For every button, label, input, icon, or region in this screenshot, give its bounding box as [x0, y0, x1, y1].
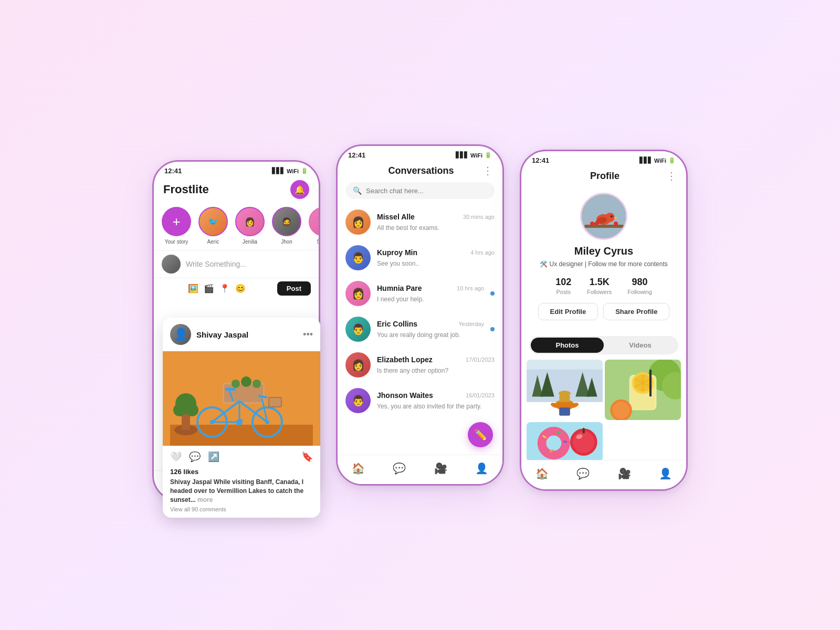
- conv-info-4: Eric Collins Yesterday You are really do…: [377, 320, 484, 339]
- conversation-item-3[interactable]: 👩 Humnia Pare 10 hrs ago I need your hel…: [338, 276, 502, 311]
- svg-rect-24: [269, 397, 281, 407]
- write-actions-row: 🖼️ 🎬 📍 😊 Post: [154, 278, 319, 299]
- edit-profile-button[interactable]: Edit Profile: [538, 303, 598, 320]
- profile-tabs: Photos Videos: [529, 336, 678, 354]
- bookmark-icon[interactable]: 🔖: [301, 451, 313, 463]
- tab-videos[interactable]: Videos: [604, 338, 677, 353]
- profile-more-button[interactable]: ⋮: [666, 170, 677, 182]
- conv-preview-5: Is there any other option?: [377, 367, 448, 374]
- add-story-button[interactable]: +: [162, 207, 191, 236]
- story-avatar-aeric: 🐦: [198, 207, 228, 236]
- svg-point-5: [173, 404, 186, 416]
- phones-container: 12:41 ▋▋▋ WiFi 🔋 Frostlite 🔔 + Your stor…: [131, 97, 709, 533]
- bicycle-scene: [163, 351, 320, 446]
- nav-profile-3[interactable]: 👤: [654, 464, 677, 483]
- avatar-eric: 👨: [345, 317, 371, 342]
- stat-posts: 102 Posts: [555, 277, 571, 295]
- story-jhon[interactable]: 🧔 Jhon: [272, 207, 301, 245]
- nav-home-3[interactable]: 🏠: [530, 464, 554, 483]
- wifi-icon-2: WiFi: [470, 152, 482, 159]
- conv-name-1: Missel Alle: [377, 213, 415, 221]
- search-input[interactable]: [366, 187, 487, 195]
- post-username: Shivay Jaspal: [196, 330, 298, 339]
- conversation-item-6[interactable]: 👨 Jhonson Waites 16/01/2023 Yes, you are…: [338, 383, 502, 418]
- story-label-aeric: Aeric: [207, 239, 219, 245]
- signal-icon-2: ▋▋▋: [456, 152, 468, 159]
- conv-time-3: 10 hrs ago: [457, 285, 484, 291]
- svg-point-34: [612, 216, 612, 216]
- photo-item-1[interactable]: [527, 360, 603, 420]
- conversation-item-1[interactable]: 👩 Missel Alle 30 mins ago All the best f…: [338, 204, 502, 240]
- nav-home-2[interactable]: 🏠: [346, 459, 370, 478]
- story-add[interactable]: + Your story: [162, 207, 191, 245]
- story-selen[interactable]: 🎈 Selen: [309, 207, 319, 245]
- post-caption-more[interactable]: more: [197, 496, 213, 503]
- photo-item-3[interactable]: [527, 422, 603, 461]
- profile-bio: 🛠️ Ux designer | Follow me for more cont…: [540, 260, 668, 269]
- tab-photos[interactable]: Photos: [531, 338, 604, 353]
- svg-point-31: [605, 213, 615, 222]
- photo-item-2[interactable]: [605, 360, 681, 420]
- story-jenilia[interactable]: 👩 Jenilia: [235, 207, 265, 245]
- avatar-jhonson: 👨: [345, 388, 371, 413]
- nav-chat-2[interactable]: 💬: [387, 459, 411, 478]
- compose-button[interactable]: ✏️: [468, 422, 493, 447]
- story-avatar-selen: 🎈: [309, 207, 319, 236]
- story-aeric[interactable]: 🐦 Aeric: [198, 207, 228, 245]
- following-label: Following: [627, 289, 652, 295]
- conversation-item-2[interactable]: 👨 Kuproy Min 4 hrs ago See you soon..: [338, 240, 502, 276]
- svg-rect-77: [583, 428, 585, 433]
- battery-icon-3: 🔋: [668, 157, 676, 164]
- write-placeholder: Write Something...: [186, 260, 311, 268]
- svg-rect-21: [225, 388, 236, 391]
- profile-avatar: [580, 193, 627, 240]
- video-icon[interactable]: 🎬: [204, 284, 214, 293]
- story-label-jhon: Jhon: [281, 239, 292, 245]
- share-icon[interactable]: ↗️: [208, 451, 219, 463]
- post-likes: 126 likes: [163, 468, 320, 478]
- following-value: 980: [632, 277, 648, 288]
- battery-icon-1: 🔋: [301, 167, 308, 174]
- conv-name-6: Jhonson Waites: [377, 391, 433, 400]
- post-button[interactable]: Post: [277, 281, 311, 296]
- location-icon[interactable]: 📍: [219, 284, 230, 293]
- avatar-humnia: 👩: [345, 281, 371, 306]
- svg-point-11: [253, 380, 261, 388]
- post-comments[interactable]: View all 90 comments: [163, 506, 320, 518]
- conv-time-5: 17/01/2023: [466, 356, 495, 363]
- status-bar-1: 12:41 ▋▋▋ WiFi 🔋: [154, 162, 319, 177]
- nav-chat-3[interactable]: 💬: [571, 464, 595, 483]
- conversation-list: 👩 Missel Alle 30 mins ago All the best f…: [338, 204, 502, 418]
- story-avatar-jhon: 🧔: [272, 207, 301, 236]
- image-icon[interactable]: 🖼️: [188, 284, 198, 293]
- conversation-item-5[interactable]: 👩 Elizabeth Lopez 17/01/2023 Is there an…: [338, 347, 502, 383]
- conversations-more-button[interactable]: ⋮: [482, 164, 493, 177]
- status-bar-2: 12:41 ▋▋▋ WiFi 🔋: [338, 146, 502, 162]
- svg-point-39: [614, 222, 618, 226]
- nav-profile-2[interactable]: 👤: [470, 459, 494, 478]
- nav-video-3[interactable]: 🎥: [613, 464, 636, 483]
- post-more-button[interactable]: •••: [303, 329, 313, 340]
- profile-name: Miley Cyrus: [574, 245, 633, 257]
- conversation-item-4[interactable]: 👨 Eric Collins Yesterday You are really …: [338, 311, 502, 347]
- time-3: 12:41: [532, 156, 549, 164]
- profile-avatar-svg: [582, 194, 626, 238]
- comment-icon[interactable]: 💬: [189, 451, 201, 463]
- feed-header: Frostlite 🔔: [154, 177, 319, 204]
- nav-video-2[interactable]: 🎥: [429, 459, 453, 478]
- conv-info-1: Missel Alle 30 mins ago All the best for…: [377, 213, 495, 232]
- svg-point-6: [186, 404, 198, 416]
- photo-svg-1: [527, 360, 603, 420]
- search-bar[interactable]: 🔍: [345, 182, 495, 199]
- status-icons-2: ▋▋▋ WiFi 🔋: [456, 152, 492, 159]
- like-icon[interactable]: 🤍: [170, 451, 182, 463]
- svg-point-10: [241, 376, 251, 387]
- emoji-icon[interactable]: 😊: [235, 284, 246, 293]
- status-icons-1: ▋▋▋ WiFi 🔋: [272, 167, 308, 174]
- conversations-title: Conversations: [360, 165, 482, 176]
- notification-button[interactable]: 🔔: [290, 180, 309, 199]
- write-box[interactable]: Write Something...: [154, 250, 319, 278]
- photo-svg-2: [605, 360, 681, 420]
- share-profile-button[interactable]: Share Profile: [603, 303, 669, 320]
- post-image: [163, 351, 320, 446]
